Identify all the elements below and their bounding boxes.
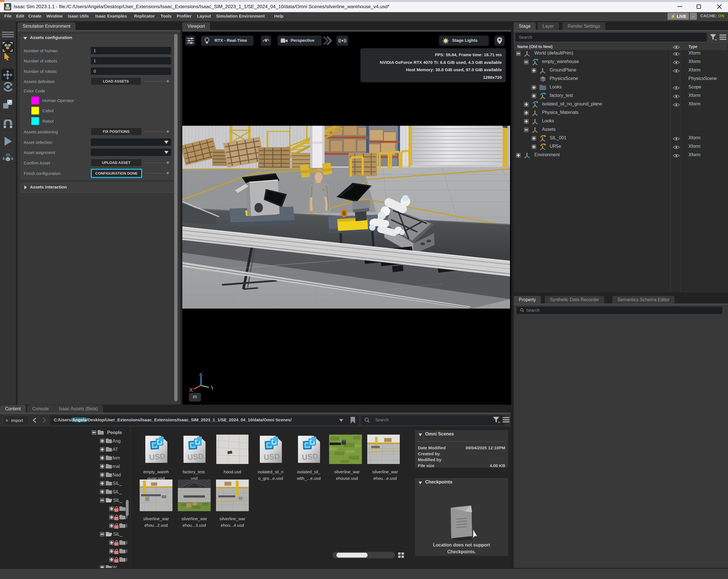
svg-text:Y: Y xyxy=(211,385,213,391)
svg-text:Z: Z xyxy=(199,373,203,377)
svg-text:X: X xyxy=(189,387,193,393)
